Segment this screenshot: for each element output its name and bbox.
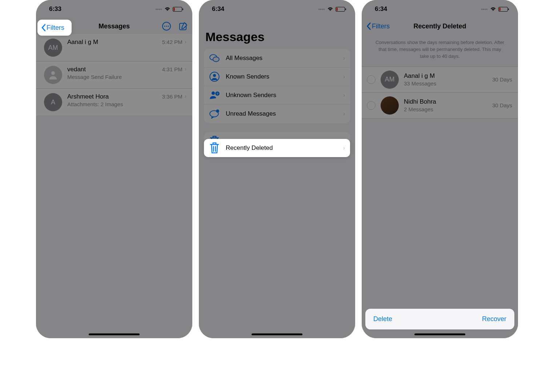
select-circle[interactable] xyxy=(367,101,376,110)
more-options-icon[interactable] xyxy=(162,21,171,31)
svg-point-2 xyxy=(166,26,167,27)
filter-unknown-senders[interactable]: ? Unknown Senders › xyxy=(204,86,350,105)
phone-screen-2: 6:34 •••• Messages All Messages › Known … xyxy=(199,0,355,338)
svg-text:?: ? xyxy=(216,92,218,96)
filter-unread-messages[interactable]: Unread Messages › xyxy=(204,105,350,123)
phone-screen-1: 6:33 •••• Filters Messages AM Aanal xyxy=(36,0,192,338)
home-indicator[interactable] xyxy=(252,333,302,335)
filter-known-senders[interactable]: Known Senders › xyxy=(204,68,350,86)
filter-label: Unknown Senders xyxy=(226,92,337,99)
filter-group-main: All Messages › Known Senders › ? Unknown… xyxy=(204,49,350,123)
conversation-subtitle: Message Send Failure xyxy=(67,74,157,80)
nav-bar: Filters Recently Deleted xyxy=(362,18,518,34)
info-text: Conversations show the days remaining be… xyxy=(362,34,518,67)
days-remaining: 30 Days xyxy=(492,102,512,108)
chevron-right-icon: › xyxy=(343,92,345,99)
svg-point-14 xyxy=(216,109,219,113)
person-question-icon: ? xyxy=(209,90,220,101)
svg-point-1 xyxy=(164,26,165,27)
svg-point-10 xyxy=(212,92,215,95)
filter-label: All Messages xyxy=(226,55,337,62)
wifi-icon xyxy=(490,7,496,11)
chevron-right-icon: › xyxy=(185,93,186,100)
deleted-name: Nidhi Bohra xyxy=(404,98,487,105)
back-button-highlight[interactable]: Filters xyxy=(37,20,72,36)
chevron-right-icon: › xyxy=(185,66,186,72)
battery-icon xyxy=(173,7,182,12)
back-button[interactable]: Filters xyxy=(366,22,390,30)
conversation-row[interactable]: vedant Message Send Failure 4:31 PM › xyxy=(36,61,192,89)
battery-icon xyxy=(498,7,508,12)
conversation-list: AM Aanal i g M 5:42 PM › vedant Message … xyxy=(36,34,192,116)
select-circle[interactable] xyxy=(367,75,376,84)
avatar: AM xyxy=(44,39,62,57)
action-toolbar: Delete Recover xyxy=(365,309,514,329)
conversation-name: Aanal i g M xyxy=(67,39,157,46)
conversation-time: 3:36 PM xyxy=(162,93,182,100)
page-title: Recently Deleted xyxy=(413,23,466,30)
avatar xyxy=(44,66,62,84)
status-time: 6:34 xyxy=(375,5,387,13)
deleted-row[interactable]: AM Aanal i g M 33 Messages 30 Days xyxy=(362,67,518,92)
cellular-dots-icon: •••• xyxy=(318,7,325,11)
wifi-icon xyxy=(164,7,170,11)
chevron-right-icon: › xyxy=(343,145,345,151)
days-remaining: 30 Days xyxy=(492,76,512,83)
person-circle-icon xyxy=(209,71,220,82)
chat-bubbles-icon xyxy=(209,54,220,63)
conversation-row[interactable]: A Arshmeet Hora Attachments: 2 Images 3:… xyxy=(36,89,192,116)
chevron-left-icon xyxy=(366,22,371,30)
svg-point-3 xyxy=(168,26,169,27)
home-indicator[interactable] xyxy=(414,333,465,335)
status-bar: 6:34 •••• xyxy=(362,0,518,18)
conversation-time: 4:31 PM xyxy=(162,66,182,72)
chevron-right-icon: › xyxy=(343,55,345,61)
person-icon xyxy=(48,69,59,80)
chevron-right-icon: › xyxy=(185,39,186,45)
chevron-right-icon: › xyxy=(343,111,345,117)
svg-point-9 xyxy=(213,74,216,77)
conversation-time: 5:42 PM xyxy=(162,39,182,45)
deleted-list: AM Aanal i g M 33 Messages 30 Days Nidhi… xyxy=(362,67,518,119)
deleted-subtitle: 33 Messages xyxy=(404,80,487,87)
trash-icon xyxy=(209,141,220,154)
compose-icon[interactable] xyxy=(178,21,188,31)
chat-badge-icon xyxy=(209,109,220,119)
conversation-name: Arshmeet Hora xyxy=(67,93,157,100)
filter-label: Known Senders xyxy=(226,73,337,80)
back-label: Filters xyxy=(372,23,390,30)
status-bar: 6:33 •••• xyxy=(36,0,192,18)
phone-screen-3: 6:34 •••• Filters Recently Deleted Conve… xyxy=(362,0,518,338)
status-time: 6:33 xyxy=(49,5,61,13)
cellular-dots-icon: •••• xyxy=(156,7,162,11)
cellular-dots-icon: •••• xyxy=(481,7,488,11)
home-indicator[interactable] xyxy=(89,333,140,335)
filter-label: Recently Deleted xyxy=(226,144,337,152)
chevron-right-icon: › xyxy=(343,73,345,80)
recently-deleted-highlight[interactable]: Recently Deleted › xyxy=(204,139,350,157)
conversation-subtitle: Attachments: 2 Images xyxy=(67,101,157,107)
conversation-row[interactable]: AM Aanal i g M 5:42 PM › xyxy=(36,34,192,61)
avatar: AM xyxy=(381,71,399,89)
avatar xyxy=(381,96,399,115)
recover-button[interactable]: Recover xyxy=(482,315,506,323)
status-time: 6:34 xyxy=(212,5,224,13)
deleted-row[interactable]: Nidhi Bohra 2 Messages 30 Days xyxy=(362,92,518,119)
conversation-name: vedant xyxy=(67,66,157,73)
wifi-icon xyxy=(327,7,333,11)
svg-point-5 xyxy=(51,71,55,75)
page-title: Messages xyxy=(99,23,130,30)
avatar: A xyxy=(44,93,62,111)
filter-label: Unread Messages xyxy=(226,110,337,117)
deleted-subtitle: 2 Messages xyxy=(404,106,487,112)
battery-icon xyxy=(336,7,345,12)
page-title: Messages xyxy=(199,18,355,49)
back-label: Filters xyxy=(47,24,64,32)
delete-button[interactable]: Delete xyxy=(373,315,392,323)
chevron-left-icon xyxy=(41,24,46,32)
filter-all-messages[interactable]: All Messages › xyxy=(204,49,350,68)
status-bar: 6:34 •••• xyxy=(199,0,355,18)
deleted-name: Aanal i g M xyxy=(404,72,487,80)
svg-point-7 xyxy=(213,57,219,62)
